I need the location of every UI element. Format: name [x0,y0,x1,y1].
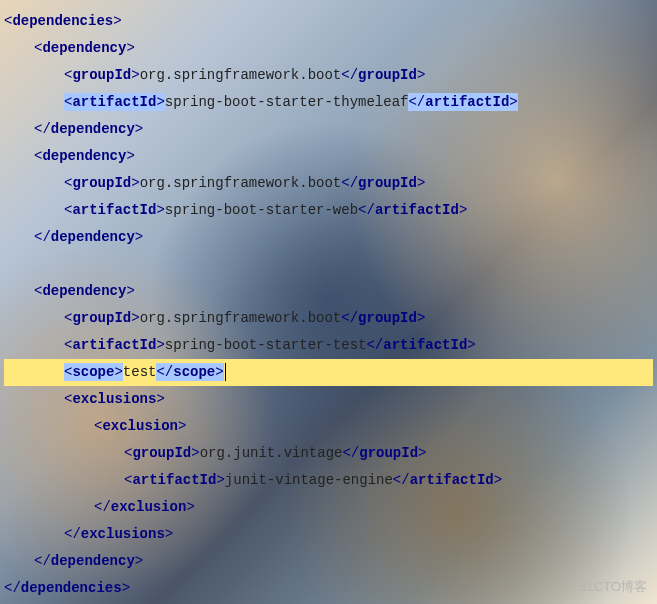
value-artifactid: spring-boot-starter-thymeleaf [165,94,409,110]
code-line: <dependency> [4,143,653,170]
watermark: 51CTO博客 [579,578,647,596]
tag-groupid-close: groupId [359,445,418,461]
tag-dependencies-close: dependencies [21,580,122,596]
code-line: <dependency> [4,278,653,305]
value-artifactid: spring-boot-starter-web [165,202,358,218]
tag-groupid-close: groupId [358,67,417,83]
xml-code-block: <dependencies> <dependency> <groupId>org… [0,0,657,604]
tag-artifactid: artifactId [132,472,216,488]
tag-dependency-close: dependency [51,553,135,569]
tag-dependency-close: dependency [51,121,135,137]
tag-scope-close: scope [173,364,215,380]
tag-dependencies: dependencies [12,13,113,29]
code-line: <exclusion> [4,413,653,440]
tag-artifactid-close: artifactId [425,94,509,110]
tag-groupid-close: groupId [358,175,417,191]
tag-groupid: groupId [72,67,131,83]
code-line: <artifactId>spring-boot-starter-test</ar… [4,332,653,359]
code-line: </dependency> [4,116,653,143]
code-line: <groupId>org.springframework.boot</group… [4,170,653,197]
value-artifactid: junit-vintage-engine [225,472,393,488]
tag-artifactid: artifactId [72,202,156,218]
code-line: </exclusions> [4,521,653,548]
value-groupid: org.junit.vintage [200,445,343,461]
value-groupid: org.springframework.boot [140,67,342,83]
tag-exclusion-close: exclusion [111,499,187,515]
tag-groupid-close: groupId [358,310,417,326]
value-groupid: org.springframework.boot [140,310,342,326]
value-scope: test [123,364,157,380]
value-artifactid: spring-boot-starter-test [165,337,367,353]
code-line: <groupId>org.springframework.boot</group… [4,62,653,89]
tag-artifactid-close: artifactId [383,337,467,353]
blank-line [4,251,653,278]
tag-groupid: groupId [72,175,131,191]
tag-artifactid: artifactId [72,94,156,110]
code-line: </exclusion> [4,494,653,521]
tag-scope: scope [72,364,114,380]
code-line-highlighted: <artifactId>spring-boot-starter-thymelea… [4,89,653,116]
tag-artifactid-close: artifactId [410,472,494,488]
tag-dependency: dependency [42,148,126,164]
tag-artifactid-close: artifactId [375,202,459,218]
tag-artifactid: artifactId [72,337,156,353]
code-line: <dependency> [4,35,653,62]
tag-dependency: dependency [42,40,126,56]
code-line: <exclusions> [4,386,653,413]
code-line: <groupId>org.springframework.boot</group… [4,305,653,332]
code-line: </dependency> [4,548,653,575]
code-line: </dependencies> [4,575,653,602]
tag-exclusions-close: exclusions [81,526,165,542]
tag-exclusion: exclusion [102,418,178,434]
code-line: <dependencies> [4,8,653,35]
code-line: <artifactId>junit-vintage-engine</artifa… [4,467,653,494]
code-line-current: <scope>test</scope> [4,359,653,386]
code-line: <groupId>org.junit.vintage</groupId> [4,440,653,467]
tag-dependency-close: dependency [51,229,135,245]
tag-exclusions: exclusions [72,391,156,407]
value-groupid: org.springframework.boot [140,175,342,191]
tag-groupid: groupId [72,310,131,326]
text-cursor [225,363,226,381]
tag-groupid: groupId [132,445,191,461]
tag-dependency: dependency [42,283,126,299]
code-line: <artifactId>spring-boot-starter-web</art… [4,197,653,224]
code-line: </dependency> [4,224,653,251]
